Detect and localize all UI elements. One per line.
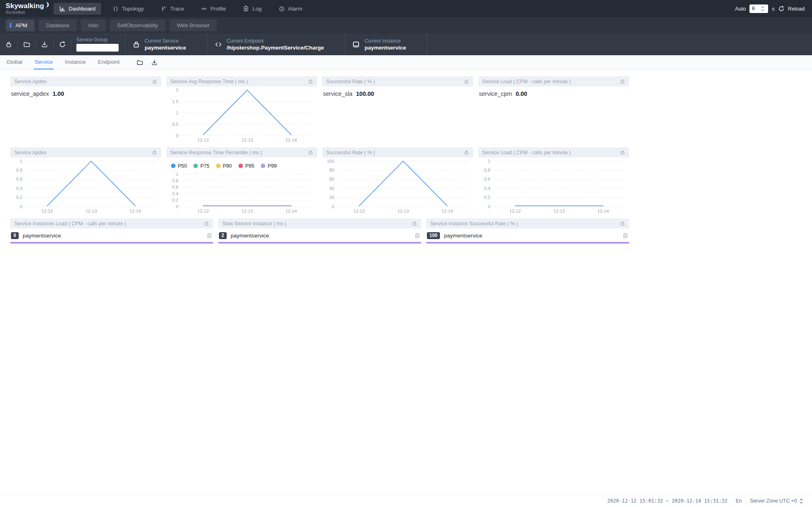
card-title: Service Load ( CPM - calls per minute ) [482, 79, 571, 84]
legend-item-p75[interactable]: P75 [193, 163, 209, 169]
card-title: Successful Rate ( % ) [326, 79, 375, 84]
stepper-icon[interactable] [760, 6, 765, 12]
toolbar-lock-icon[interactable] [0, 39, 18, 50]
toolbar-refresh-icon[interactable] [54, 39, 71, 50]
time-range-picker[interactable]: 2020-12-12 15:01:32 ~ 2020-12-14 15:31:3… [607, 498, 728, 504]
card-body: service_apdex1.00 [10, 86, 161, 145]
lock-icon[interactable] [152, 79, 157, 84]
code-icon [214, 41, 222, 48]
legend-item-p99[interactable]: P99 [261, 163, 277, 169]
folder-icon[interactable] [136, 59, 143, 66]
card-body: 100paymentservice [426, 232, 629, 244]
subnav-item-database[interactable]: Database [39, 19, 77, 31]
legend-item-p50[interactable]: P50 [171, 163, 187, 169]
metric-stat: service_cpm0.00 [478, 86, 629, 97]
card-successful-rate: Successful Rate ( % )service_sla100.00 [322, 76, 473, 145]
card-row-2: Service Apdex10.80.60.40.2012-1212-1312-… [10, 147, 629, 216]
legend-dot [193, 164, 198, 168]
tab-service[interactable]: Service [34, 55, 54, 69]
svg-text:2: 2 [176, 88, 178, 93]
card-body: P50P75P90P95P9910.80.60.40.2012-1212-131… [166, 157, 317, 216]
lock-icon[interactable] [464, 150, 469, 155]
lock-icon[interactable] [464, 79, 469, 84]
nav-item-alarm[interactable]: Alarm [273, 3, 308, 15]
lock-icon[interactable] [412, 221, 417, 226]
svg-text:0: 0 [488, 204, 490, 209]
card-header: Service Load ( CPM - calls per minute ) [478, 76, 629, 86]
card-title: Service Avg Response Time ( ms ) [170, 79, 248, 84]
tab-instance[interactable]: Instance [64, 55, 87, 69]
lock-icon[interactable] [620, 79, 625, 84]
current-instance-selector[interactable]: Current Instancepaymentservice [345, 34, 427, 55]
card-body: 21.510.5012-1212-1312-14 [166, 86, 317, 145]
subnav-item-selfobservability[interactable]: SelfObservability [110, 19, 165, 31]
svg-text:0.4: 0.4 [16, 186, 22, 191]
instance-row[interactable]: 0paymentservice [10, 232, 213, 239]
toolbar-folder-icon[interactable] [18, 39, 36, 50]
nav-item-topology[interactable]: Topology [107, 3, 149, 15]
toolbar-icons [0, 34, 71, 55]
auto-interval-box [749, 4, 768, 13]
nav-item-label: Dashboard [69, 6, 95, 12]
card-successful-rate: Successful Rate ( % )10080604020012-1212… [322, 147, 473, 216]
auto-interval-input[interactable] [749, 6, 760, 11]
legend-item-p95[interactable]: P95 [238, 163, 254, 169]
card-service-avg-response-time-ms: Service Avg Response Time ( ms )21.510.5… [166, 76, 317, 145]
zone-stepper-icon[interactable] [799, 498, 804, 504]
download-icon [41, 41, 48, 48]
instance-row[interactable]: 2paymentservice [218, 232, 421, 239]
card-service-apdex: Service Apdex10.80.60.40.2012-1212-1312-… [10, 147, 161, 216]
nav-item-profile[interactable]: Profile [195, 3, 232, 15]
card-service-apdex: Service Apdexservice_apdex1.00 [10, 76, 161, 145]
subnav-item-apm[interactable]: APM [6, 19, 35, 31]
nav-item-log[interactable]: Log [237, 3, 267, 15]
subnav-item-web-browser[interactable]: Web Browser [169, 19, 217, 31]
nav-item-dashboard[interactable]: Dashboard [54, 3, 101, 15]
svg-text:0.6: 0.6 [16, 177, 22, 181]
list-item: 0paymentservice [10, 232, 213, 244]
lock-icon[interactable] [308, 150, 313, 155]
instance-row[interactable]: 100paymentservice [426, 232, 629, 239]
toolbar-download-icon[interactable] [36, 39, 54, 50]
metric-value: 100.00 [356, 91, 374, 97]
clipboard-icon[interactable] [622, 233, 628, 239]
legend-label: P99 [268, 163, 277, 169]
lock-icon[interactable] [204, 221, 209, 226]
current-service-selector[interactable]: Current Servicepaymentservice [125, 34, 207, 55]
top-navbar: Skywalking Rocketbot DashboardTopologyTr… [0, 0, 812, 17]
reload-button[interactable]: Reload [788, 6, 805, 12]
reload-icon[interactable] [778, 6, 784, 12]
svg-text:0.6: 0.6 [172, 185, 178, 190]
svg-text:12-14: 12-14 [286, 138, 297, 142]
subnav-item-istio[interactable]: Istio [81, 19, 106, 31]
svg-text:0.2: 0.2 [484, 195, 490, 200]
service-group-input[interactable] [76, 44, 119, 52]
legend-dot [261, 164, 265, 168]
clipboard-icon[interactable] [206, 233, 212, 239]
legend-item-p90[interactable]: P90 [216, 163, 232, 169]
download-icon[interactable] [151, 59, 158, 66]
svg-text:12-13: 12-13 [241, 138, 253, 142]
svg-text:0.5: 0.5 [172, 122, 178, 127]
language-toggle[interactable]: En [736, 498, 742, 504]
card-title: Service Instance Successful Rate ( % ) [430, 221, 518, 227]
lock-icon[interactable] [620, 221, 625, 226]
tab-endpoint[interactable]: Endpoint [97, 55, 120, 69]
metric-value: 1.00 [53, 91, 64, 97]
lock-icon[interactable] [620, 150, 625, 155]
current-endpoint-selector[interactable]: Current Endpoint/hipstershop.PaymentServ… [207, 34, 345, 55]
metric-label: service_cpm [479, 91, 512, 97]
dashboard-group-nav: APMDatabaseIstioSelfObservabilityWeb Bro… [0, 17, 812, 34]
legend-dot [216, 164, 221, 168]
legend-label: P95 [245, 163, 254, 169]
clipboard-icon[interactable] [414, 233, 420, 239]
progress-bar [10, 242, 213, 244]
selector-label: Current Service [145, 38, 186, 44]
lock-icon[interactable] [308, 79, 313, 84]
metric-label: service_apdex [11, 91, 49, 97]
lock-icon[interactable] [152, 150, 157, 155]
nav-item-trace[interactable]: Trace [155, 3, 190, 15]
tab-global[interactable]: Global [6, 55, 23, 69]
svg-text:1.5: 1.5 [172, 99, 178, 104]
svg-text:12-14: 12-14 [598, 209, 609, 214]
